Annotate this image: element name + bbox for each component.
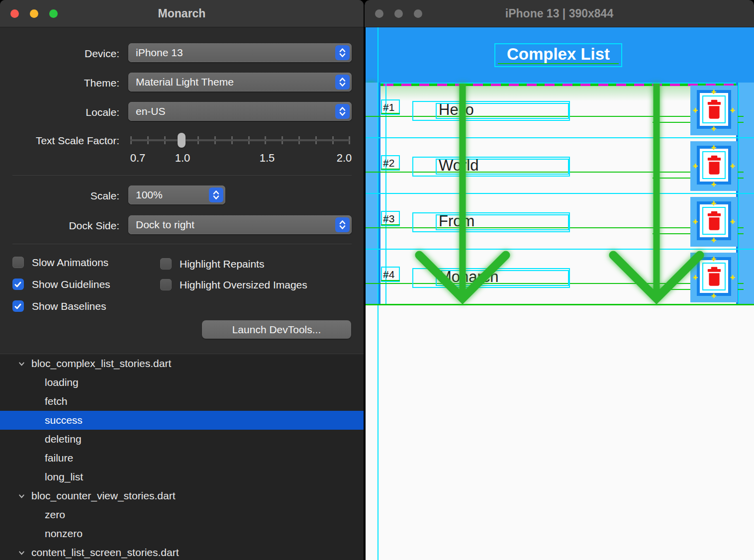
marker-plus-icon: + [693, 219, 698, 224]
marker-plus-icon: + [730, 275, 735, 280]
theme-value: Material Light Theme [136, 73, 234, 92]
row-index: #4 [383, 269, 394, 280]
app-bar: Complex List [366, 27, 754, 83]
list-row[interactable]: #3 From + + + + [366, 194, 754, 250]
chevron-down-icon [18, 549, 25, 557]
stepper-icon [335, 75, 350, 90]
delete-icon[interactable] [707, 267, 722, 286]
story-item[interactable]: zero [0, 505, 364, 524]
marker-plus-icon: + [693, 164, 698, 169]
text-scale-slider[interactable] [130, 139, 350, 141]
scale-select[interactable]: 100% [128, 186, 225, 204]
delete-button-tile: + + + + [690, 197, 738, 247]
checkbox-label: Show Baselines [32, 300, 106, 312]
story-file-item[interactable]: bloc_counter_view_stories.dart [0, 486, 364, 505]
marker-plus-icon: + [711, 238, 716, 243]
chevron-down-icon [18, 360, 25, 368]
dock-side-value: Dock to right [136, 215, 194, 234]
stepper-icon [335, 104, 350, 119]
marker-plus-icon: + [711, 145, 716, 150]
checkbox[interactable] [12, 279, 24, 290]
baseline-guideline [498, 63, 619, 64]
divider [12, 175, 352, 176]
theme-select[interactable]: Material Light Theme [128, 73, 352, 92]
marker-plus-icon: + [693, 275, 698, 280]
divider [12, 244, 352, 244]
story-item[interactable]: failure [0, 449, 364, 467]
marker-plus-icon: + [711, 201, 716, 206]
marker-plus-icon: + [730, 219, 735, 224]
device-value: iPhone 13 [136, 43, 183, 62]
marker-plus-icon: + [711, 257, 716, 262]
locale-select[interactable]: en-US [128, 102, 352, 121]
launch-devtools-button[interactable]: Launch DevTools... [202, 320, 351, 339]
list-row[interactable]: #2 World + + + + [366, 138, 754, 194]
row-title: Hello [439, 101, 474, 119]
story-file-label: bloc_complex_list_stories.dart [31, 358, 171, 369]
marker-plus-icon: + [711, 90, 716, 94]
dock-side-label: Dock Side: [0, 220, 119, 232]
appbar-title: Complex List [495, 45, 621, 64]
baseline-guideline [381, 280, 400, 281]
tick-label: 1.5 [250, 152, 284, 165]
delete-icon[interactable] [707, 211, 722, 231]
story-label: nonzero [45, 528, 83, 539]
checkbox[interactable] [12, 300, 24, 312]
stepper-icon [335, 45, 350, 60]
baseline-guideline [381, 169, 400, 170]
device-select[interactable]: iPhone 13 [128, 43, 352, 62]
baseline-guideline [381, 113, 400, 114]
story-item[interactable]: long_list [0, 467, 364, 486]
marker-plus-icon: + [711, 182, 716, 187]
desktop: Monarch Device: iPhone 13 Theme: Materia… [0, 0, 754, 560]
row-index: #2 [383, 157, 394, 169]
list-row[interactable]: #1 Hello + + + + [366, 83, 754, 138]
row-index: #1 [383, 101, 394, 113]
monarch-titlebar: Monarch [0, 0, 364, 27]
delete-icon[interactable] [707, 155, 722, 175]
dock-side-select[interactable]: Dock to right [128, 215, 352, 234]
device-label: Device: [0, 48, 119, 60]
checkbox[interactable] [12, 257, 24, 268]
story-item[interactable]: fetch [0, 392, 364, 411]
story-label: fetch [45, 395, 68, 407]
monarch-window: Monarch Device: iPhone 13 Theme: Materia… [0, 0, 364, 560]
story-item[interactable]: success [0, 411, 364, 430]
theme-label: Theme: [0, 77, 119, 89]
text-scale-label: Text Scale Factor: [0, 135, 119, 147]
story-label: failure [45, 452, 73, 464]
story-item[interactable]: nonzero [0, 524, 364, 543]
story-file-item[interactable]: content_list_screen_stories.dart [0, 543, 364, 560]
text-scale-slider-thumb[interactable] [178, 133, 186, 148]
checkbox[interactable] [160, 258, 172, 270]
checkbox-label: Highlight Oversized Images [180, 279, 307, 290]
marker-plus-icon: + [711, 126, 716, 131]
appbar-title-guideline-box: Complex List [494, 43, 622, 67]
marker-plus-icon: + [693, 108, 698, 113]
story-item[interactable]: deleting [0, 430, 364, 449]
window-title: Monarch [0, 0, 364, 27]
story-file-item[interactable]: bloc_complex_list_stories.dart [0, 354, 364, 373]
checkbox-label: Show Guidelines [32, 279, 110, 290]
delete-button-tile: + + + + [690, 253, 738, 302]
story-file-label: bloc_counter_view_stories.dart [31, 490, 176, 501]
preview-window: iPhone 13 | 390x844 Complex List #1 [365, 0, 754, 560]
stepper-icon [209, 187, 223, 202]
checkbox[interactable] [160, 279, 172, 290]
story-item[interactable]: loading [0, 373, 364, 392]
list-row[interactable]: #4 Monarch + + + + [366, 250, 754, 305]
story-tree: bloc_complex_list_stories.dart loading f… [0, 354, 364, 560]
tick-label: 1.0 [165, 152, 200, 165]
delete-icon[interactable] [707, 99, 722, 119]
story-label: loading [45, 376, 79, 388]
locale-value: en-US [136, 102, 166, 121]
stepper-icon [335, 217, 350, 232]
delete-button-tile: + + + + [690, 86, 738, 135]
preview-window-title: iPhone 13 | 390x844 [365, 0, 754, 27]
checkbox-label: Highlight Repaints [180, 258, 264, 270]
tick-label: 0.7 [120, 152, 155, 165]
marker-plus-icon: + [711, 293, 716, 298]
locale-label: Locale: [0, 106, 119, 118]
row-title: World [439, 157, 478, 175]
story-label: success [45, 414, 83, 426]
